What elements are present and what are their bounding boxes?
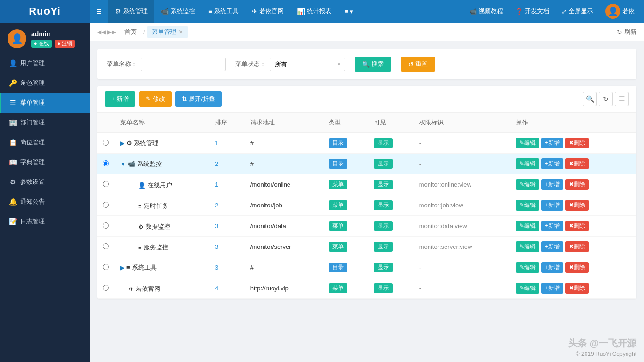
menu-table: 菜单名称 排序 请求地址 类型 可见 权限标识 操作 ▶ bbox=[97, 113, 636, 299]
sidebar-item-user[interactable]: 👤用户管理 bbox=[0, 53, 90, 73]
action-del-btn[interactable]: ✖删除 bbox=[565, 283, 589, 294]
action-del-btn[interactable]: ✖删除 bbox=[565, 262, 589, 273]
sidebar-menu: 👤用户管理🔑角色管理☰菜单管理🏢部门管理📋岗位管理📖字典管理⚙参数设置🔔通知公告… bbox=[0, 53, 90, 231]
action-edit-btn[interactable]: ✎编辑 bbox=[516, 241, 539, 252]
row-radio-7[interactable] bbox=[103, 264, 109, 270]
table-search-icon-btn[interactable]: 🔍 bbox=[583, 92, 597, 106]
menu-name-input[interactable] bbox=[141, 58, 226, 71]
breadcrumb-next[interactable]: ▶▶ bbox=[107, 29, 116, 35]
row-radio-8[interactable] bbox=[103, 285, 109, 291]
breadcrumb-home[interactable]: 首页 bbox=[120, 26, 141, 38]
sidebar-item-dept[interactable]: 🏢部门管理 bbox=[0, 113, 90, 132]
sidebar: 👤 admin ● 在线 ● 注销 👤用户管理🔑角色管理☰菜单管理🏢部门管理📋岗… bbox=[0, 23, 90, 362]
menu-row-url: # bbox=[245, 154, 323, 174]
chart-icon: 📊 bbox=[297, 8, 305, 15]
menu-row-icon: ≡ bbox=[138, 203, 142, 210]
sidebar-item-label: 部门管理 bbox=[20, 118, 45, 127]
sidebar-item-menu[interactable]: ☰菜单管理 bbox=[0, 93, 90, 113]
menu-row-order: 1 bbox=[209, 133, 245, 154]
action-add-btn[interactable]: +新增 bbox=[541, 241, 563, 252]
action-edit-btn[interactable]: ✎编辑 bbox=[516, 221, 539, 231]
row-radio-6[interactable] bbox=[103, 243, 109, 249]
breadcrumb-prev[interactable]: ◀◀ bbox=[97, 29, 106, 35]
content-area: ◀◀ ▶▶ 首页 / 菜单管理 ✕ ↻ 刷新 bbox=[90, 23, 644, 362]
row-radio-4[interactable] bbox=[103, 202, 109, 208]
action-add-btn[interactable]: +新增 bbox=[541, 138, 563, 148]
table-row: ▶ ≡ 系统工具 3 # 目录 显示 - ✎编辑 +新增 ✖删除 bbox=[97, 257, 636, 278]
row-radio-1[interactable] bbox=[103, 140, 109, 146]
action-del-btn[interactable]: ✖删除 bbox=[565, 179, 589, 190]
expand-icon[interactable]: ▶ bbox=[120, 264, 124, 271]
table-column-icon-btn[interactable]: ☰ bbox=[615, 92, 629, 106]
action-edit-btn[interactable]: ✎编辑 bbox=[516, 179, 539, 190]
action-edit-btn[interactable]: ✎编辑 bbox=[516, 283, 539, 294]
menu-row-order: 4 bbox=[209, 278, 245, 299]
nav-toggle-button[interactable]: ☰ bbox=[90, 0, 108, 23]
add-button[interactable]: + 新增 bbox=[105, 91, 135, 107]
sidebar-item-label: 通知公告 bbox=[20, 197, 45, 206]
row-radio-5[interactable] bbox=[103, 222, 109, 229]
nav-item-stats[interactable]: 📊 统计报表 bbox=[290, 0, 338, 23]
sidebar-item-params[interactable]: ⚙参数设置 bbox=[0, 172, 90, 192]
action-add-btn[interactable]: +新增 bbox=[541, 179, 563, 190]
dept-icon: 🏢 bbox=[9, 119, 17, 126]
nav-item-ruoyi[interactable]: ✈ 若依官网 bbox=[245, 0, 290, 23]
action-edit-btn[interactable]: ✎编辑 bbox=[516, 138, 539, 148]
sidebar-item-log[interactable]: 📝日志管理 bbox=[0, 212, 90, 231]
sidebar-item-label: 参数设置 bbox=[20, 178, 45, 186]
refresh-button[interactable]: ↻ 刷新 bbox=[617, 28, 636, 36]
nav-item-more[interactable]: ≡ ▾ bbox=[338, 0, 360, 23]
menu-row-icon: ≡ bbox=[126, 264, 130, 271]
action-add-btn[interactable]: +新增 bbox=[541, 158, 563, 169]
action-del-btn[interactable]: ✖删除 bbox=[565, 200, 589, 211]
row-radio-3[interactable] bbox=[103, 181, 109, 187]
breadcrumb-close-icon[interactable]: ✕ bbox=[178, 29, 183, 35]
sidebar-item-post[interactable]: 📋岗位管理 bbox=[0, 132, 90, 152]
menu-row-name: 定时任务 bbox=[144, 202, 168, 210]
nav-video-tutorial[interactable]: 📹 视频教程 bbox=[464, 0, 508, 23]
post-icon: 📋 bbox=[9, 139, 17, 146]
action-edit-btn[interactable]: ✎编辑 bbox=[516, 200, 539, 211]
search-icon: 🔍 bbox=[362, 61, 370, 68]
action-del-btn[interactable]: ✖删除 bbox=[565, 138, 589, 148]
edit-button[interactable]: ✎ 修改 bbox=[139, 91, 172, 107]
action-edit-btn[interactable]: ✎编辑 bbox=[516, 262, 539, 273]
action-add-btn[interactable]: +新增 bbox=[541, 200, 563, 211]
nav-dev-docs[interactable]: ❓ 开发文档 bbox=[511, 0, 554, 23]
toolbar-right: 🔍 ↻ ☰ bbox=[583, 92, 629, 106]
action-add-btn[interactable]: +新增 bbox=[541, 262, 563, 273]
sidebar-avatar: 👤 bbox=[8, 29, 26, 48]
action-del-btn[interactable]: ✖删除 bbox=[565, 241, 589, 252]
sidebar-item-notice[interactable]: 🔔通知公告 bbox=[0, 192, 90, 212]
nav-item-systools[interactable]: ≡ 系统工具 bbox=[202, 0, 245, 23]
menu-row-url: http://ruoyi.vip bbox=[245, 278, 323, 299]
expand-icon[interactable]: ▶ bbox=[120, 140, 124, 147]
nav-item-sysmonitor[interactable]: 📹 系统监控 bbox=[154, 0, 202, 23]
expand-icon[interactable]: ▼ bbox=[120, 161, 126, 167]
action-add-btn[interactable]: +新增 bbox=[541, 283, 563, 294]
nav-item-sysmanage[interactable]: ⚙ 系统管理 bbox=[108, 0, 154, 23]
reset-button[interactable]: ↺ 重置 bbox=[401, 57, 435, 72]
row-radio-2[interactable] bbox=[103, 160, 109, 166]
table-refresh-icon-btn[interactable]: ↻ bbox=[599, 92, 613, 106]
menu-status-label: 菜单状态： bbox=[235, 60, 266, 68]
menu-status-select[interactable]: 所有 显示 隐藏 bbox=[270, 58, 345, 71]
action-del-btn[interactable]: ✖删除 bbox=[565, 158, 589, 169]
menu-row-perm: monitor:job:view bbox=[413, 195, 510, 216]
logout-badge[interactable]: ● 注销 bbox=[55, 40, 75, 48]
search-button[interactable]: 🔍 搜索 bbox=[355, 57, 391, 72]
menu-row-icon: ✈ bbox=[129, 286, 134, 293]
nav-fullscreen[interactable]: ⤢ 全屏显示 bbox=[557, 0, 598, 23]
expand-button[interactable]: ⇅ 展开/折叠 bbox=[175, 91, 222, 107]
nav-user-profile[interactable]: 👤 若依 bbox=[601, 0, 639, 23]
action-add-btn[interactable]: +新增 bbox=[541, 221, 563, 231]
sidebar-item-role[interactable]: 🔑角色管理 bbox=[0, 73, 90, 93]
menu-row-type: 目录 bbox=[329, 159, 347, 169]
menu-row-type: 目录 bbox=[329, 263, 347, 272]
sidebar-item-dict[interactable]: 📖字典管理 bbox=[0, 152, 90, 172]
breadcrumb-current[interactable]: 菜单管理 ✕ bbox=[147, 26, 188, 38]
action-edit-btn[interactable]: ✎编辑 bbox=[516, 158, 539, 169]
log-icon: 📝 bbox=[9, 218, 17, 225]
action-del-btn[interactable]: ✖删除 bbox=[565, 221, 589, 231]
page-content: 菜单名称： 菜单状态： 所有 显示 隐藏 ▼ 🔍 bbox=[90, 41, 644, 362]
